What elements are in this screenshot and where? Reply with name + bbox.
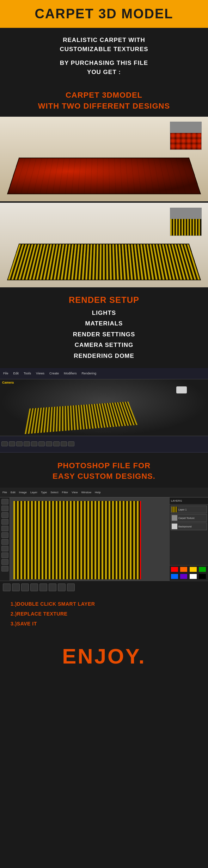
ps-menu-view: View (71, 490, 79, 495)
ps-layers-area: Layer 1 Carpet Texture Background (170, 505, 208, 565)
enjoy-text: ENJOY. (7, 644, 201, 668)
max-btn-9[interactable] (61, 441, 67, 446)
max-btn-3[interactable] (16, 441, 23, 446)
photoshop-section: Photoshop file for easy custom designs. (0, 453, 208, 488)
ps-layer-1[interactable]: Layer 1 (171, 506, 207, 513)
header-section: Carpet 3D MODEL (0, 0, 208, 28)
ps-swatch-6[interactable] (180, 574, 187, 579)
red-carpet-thumb (170, 122, 202, 150)
features-heading-text: Carpet 3Dmodel with two different design… (7, 90, 201, 112)
max-screenshot: File Edit Tools Views Create Modifiers R… (0, 368, 208, 453)
instruction-3: 3.)Save it (7, 619, 201, 629)
ps-menu-file: File (1, 490, 8, 495)
ps-tool-magic-wand[interactable] (1, 519, 8, 525)
photoshop-title: Photoshop file for easy custom designs. (11, 460, 197, 482)
ps-layer-1-name: Layer 1 (178, 508, 186, 511)
ps-tool-move[interactable] (1, 499, 8, 505)
ps-layer-1-thumb (172, 507, 177, 512)
max-btn-4[interactable] (24, 441, 30, 446)
ps-tool-lasso[interactable] (1, 512, 8, 518)
render-item-lights: Lights (7, 308, 201, 319)
ps-menu-filter: Filter (61, 490, 69, 495)
ps-taskbar-btn-4[interactable] (30, 583, 38, 591)
yellow-carpet-scene (0, 203, 208, 287)
max-btn-1[interactable] (1, 441, 8, 446)
ps-menu-window: Window (80, 490, 92, 495)
ps-taskbar-btn-2[interactable] (12, 583, 20, 591)
ps-layer-2[interactable]: Carpet Texture (171, 514, 207, 522)
ps-tools-panel (0, 497, 10, 593)
ps-menu-select: Select (49, 490, 59, 495)
ps-swatch-7[interactable] (190, 574, 197, 579)
ps-tool-crop[interactable] (1, 526, 8, 531)
render-setup-title: Render Setup (7, 295, 201, 305)
max-viewport: Camera (0, 379, 208, 436)
ps-tool-eraser[interactable] (1, 546, 8, 551)
instruction-1: 1.)Double click smart layer (7, 599, 201, 609)
ps-taskbar-btn-6[interactable] (49, 583, 56, 591)
ps-swatch-3[interactable] (190, 567, 197, 572)
max-btn-7[interactable] (46, 441, 52, 446)
instruction-2: 2.)Replace texture (7, 609, 201, 619)
max-btn-2[interactable] (9, 441, 15, 446)
ps-screenshot: File Edit Image Layer Type Select Filter… (0, 488, 208, 593)
red-carpet-3d (7, 148, 201, 194)
ps-taskbar-btn-5[interactable] (39, 583, 47, 591)
render-item-rendering-dome: Rendering Dome (7, 351, 201, 362)
ps-taskbar-btn-1[interactable] (3, 583, 11, 591)
ps-layers-label: Layers (171, 499, 182, 502)
ps-menu-image: Image (18, 490, 28, 495)
ps-swatch-2[interactable] (180, 567, 187, 572)
ps-red-line (140, 501, 141, 579)
ps-layer-3[interactable]: Background (171, 522, 207, 530)
yellow-carpet-panel (0, 203, 208, 287)
ps-tool-marquee[interactable] (1, 506, 8, 511)
ps-right-panel: Layers Layer 1 Carpet Texture Background (169, 497, 208, 593)
ps-swatch-8[interactable] (199, 574, 206, 579)
max-menu-tools: Tools (22, 371, 32, 376)
max-ui-top: File Edit Tools Views Create Modifiers R… (0, 368, 208, 379)
ps-swatch-4[interactable] (199, 567, 206, 572)
features-heading: Carpet 3Dmodel with two different design… (0, 86, 208, 117)
max-menu-rendering: Rendering (80, 371, 98, 376)
intro-purchasing: By purchasing this fileyou get : (14, 59, 194, 77)
render-setup-section: Render Setup Lights Materials Render Set… (0, 287, 208, 368)
ps-taskbar-btn-3[interactable] (21, 583, 29, 591)
instructions-section: 1.)Double click smart layer 2.)Replace t… (0, 593, 208, 636)
ps-canvas (10, 497, 169, 593)
ps-tool-pen[interactable] (1, 566, 8, 571)
max-menu-create: Create (48, 371, 60, 376)
max-menu-edit: Edit (12, 371, 20, 376)
ps-canvas-content (13, 501, 141, 579)
ps-tool-gradient[interactable] (1, 552, 8, 558)
render-item-materials: Materials (7, 318, 201, 329)
ps-tool-brush[interactable] (1, 532, 8, 538)
intro-subtitle: Realistic carpet withcustomizable textur… (14, 36, 194, 54)
ps-tool-clone[interactable] (1, 539, 8, 545)
yellow-carpet-thumb (170, 208, 202, 236)
max-btn-5[interactable] (31, 441, 37, 446)
ps-taskbar-btn-8[interactable] (67, 583, 75, 591)
intro-section: Realistic carpet withcustomizable textur… (0, 28, 208, 86)
ps-workspace: Layers Layer 1 Carpet Texture Background (0, 497, 208, 593)
ps-layers-header: Layers (170, 497, 208, 505)
ps-taskbar-btn-7[interactable] (58, 583, 66, 591)
ps-swatch-5[interactable] (171, 574, 178, 579)
red-carpet-panel (0, 117, 208, 201)
max-btn-10[interactable] (68, 441, 74, 446)
red-carpet-scene (0, 117, 208, 201)
ps-menu-help: Help (94, 490, 102, 495)
max-camera-icon (176, 386, 187, 393)
max-btn-8[interactable] (53, 441, 60, 446)
max-ui-bottom (0, 436, 208, 452)
ps-layer-3-thumb (172, 524, 177, 529)
max-menubar: File Edit Tools Views Create Modifiers R… (2, 371, 98, 376)
max-menu-views: Views (35, 371, 46, 376)
ps-tool-text[interactable] (1, 559, 8, 565)
ps-swatch-1[interactable] (171, 567, 178, 572)
max-btn-6[interactable] (38, 441, 45, 446)
ps-layer-2-name: Carpet Texture (178, 517, 195, 519)
ps-menu-layer: Layer (29, 490, 38, 495)
max-viewport-label: Camera (2, 381, 14, 384)
render-setup-list: Lights Materials Render Settings Camera … (7, 308, 201, 362)
